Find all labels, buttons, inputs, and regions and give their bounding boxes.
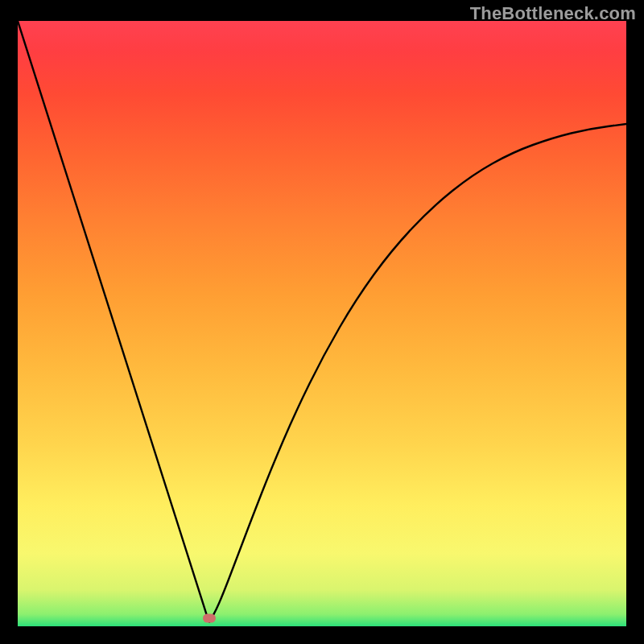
bottleneck-curve: [18, 21, 626, 626]
watermark-text: TheBottleneck.com: [470, 3, 636, 24]
optimum-marker: [203, 614, 216, 623]
chart-frame: TheBottleneck.com: [0, 0, 644, 644]
curve-path: [18, 21, 626, 622]
